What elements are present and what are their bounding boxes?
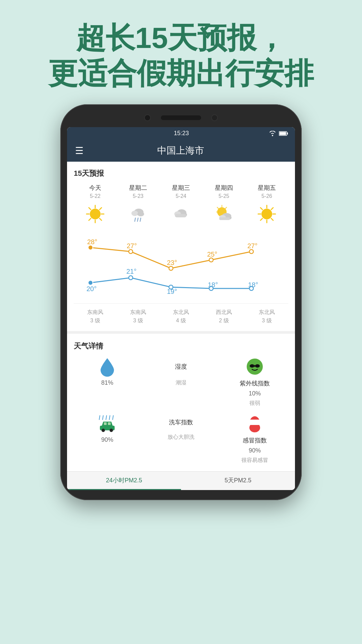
svg-text:20°: 20° — [86, 285, 97, 292]
wind-level-4: 3 级 — [262, 317, 272, 324]
front-sensor — [211, 114, 218, 121]
svg-text:18°: 18° — [248, 281, 258, 288]
svg-point-14 — [137, 212, 144, 216]
day-date-4: 5-26 — [261, 193, 272, 199]
wind-dir-4: 东北风 — [259, 309, 275, 316]
svg-rect-63 — [254, 365, 255, 367]
cold-desc: 很容易感冒 — [241, 457, 268, 464]
wind-item-2: 东北风 4 级 — [173, 309, 189, 324]
svg-point-41 — [129, 250, 133, 254]
svg-line-15 — [135, 218, 135, 221]
svg-point-31 — [261, 209, 272, 219]
wind-item-4: 东北风 3 级 — [259, 309, 275, 324]
details-grid: 81% 湿度 潮湿 — [74, 357, 288, 464]
day-label-4: 星期五 — [258, 184, 276, 192]
svg-text:21°: 21° — [126, 268, 136, 275]
svg-line-37 — [271, 218, 273, 220]
promo-header: 超长15天预报， 更适合假期出行安排 — [0, 0, 362, 104]
svg-point-74 — [110, 429, 113, 432]
wind-level-0: 3 级 — [90, 317, 100, 324]
day-label-1: 星期二 — [129, 184, 147, 192]
speaker — [161, 115, 201, 120]
weather-content: 15天预报 今天 5-22 — [67, 162, 295, 331]
detail-carwash-icon: 90% — [74, 414, 141, 464]
svg-line-68 — [109, 416, 110, 420]
svg-line-25 — [217, 207, 219, 209]
svg-point-51 — [129, 276, 133, 280]
svg-line-9 — [100, 218, 102, 220]
section-divider — [67, 331, 295, 334]
svg-line-66 — [103, 416, 103, 420]
forecast-day-fri: 星期五 5-26 — [245, 184, 288, 227]
svg-rect-71 — [104, 422, 107, 425]
forecast-day-today: 今天 5-22 — [74, 184, 117, 227]
phone-outer: 15:23 ☰ 中国上海市 — [60, 104, 302, 500]
uv-icon — [245, 357, 265, 377]
carwash-value: 90% — [101, 436, 113, 443]
app-navbar: ☰ 中国上海市 — [67, 140, 295, 162]
forecast-day-wed: 星期三 5-24 — [160, 184, 202, 227]
svg-line-67 — [106, 416, 107, 420]
forecast-day-thu: 星期四 5-25 — [202, 184, 245, 227]
svg-rect-2 — [280, 132, 286, 135]
promo-line1: 超长15天预报， — [0, 20, 362, 56]
wind-level-3: 2 级 — [219, 317, 229, 324]
day-date-2: 5-24 — [176, 193, 186, 199]
day-date-1: 5-23 — [133, 193, 143, 199]
weather-icon-sun-4 — [256, 203, 278, 225]
wind-level-1: 3 级 — [133, 317, 143, 324]
svg-text:18°: 18° — [208, 281, 218, 288]
svg-point-62 — [255, 364, 260, 368]
svg-line-69 — [113, 416, 113, 420]
weather-icon-sun-0 — [84, 203, 106, 225]
svg-text:28°: 28° — [87, 238, 97, 246]
phone-screen: 15:23 ☰ 中国上海市 — [67, 127, 295, 490]
wind-dir-2: 东北风 — [173, 309, 189, 316]
svg-text:27°: 27° — [127, 242, 137, 250]
cold-label: 感冒指数 — [243, 436, 267, 444]
svg-line-65 — [99, 416, 100, 420]
svg-line-11 — [89, 218, 91, 220]
detail-humidity-icon: 81% — [74, 357, 141, 407]
status-time: 15:23 — [94, 130, 269, 137]
uv-value: 10% — [249, 390, 261, 397]
day-label-0: 今天 — [89, 184, 101, 192]
svg-line-64 — [250, 366, 251, 366]
humidity-value: 81% — [101, 379, 113, 386]
svg-line-10 — [100, 208, 102, 210]
detail-carwash-label: 洗车指数 放心大胆洗 — [147, 414, 215, 464]
wind-item-0: 东南风 3 级 — [87, 309, 103, 324]
details-title: 天气详情 — [74, 341, 288, 351]
day-label-2: 星期三 — [172, 184, 190, 192]
day-date-0: 5-22 — [90, 193, 101, 199]
humidity-label: 湿度 — [175, 363, 187, 371]
menu-button[interactable]: ☰ — [75, 145, 83, 156]
front-camera — [144, 114, 151, 121]
status-icons — [269, 131, 288, 136]
svg-line-38 — [271, 208, 273, 210]
wind-level-2: 4 级 — [176, 317, 186, 324]
svg-point-44 — [249, 250, 253, 254]
city-name: 中国上海市 — [157, 144, 204, 157]
svg-point-42 — [169, 266, 173, 270]
temp-chart: 28° 27° 23° 25° 27° — [74, 231, 288, 298]
phone-mockup: 15:23 ☰ 中国上海市 — [60, 104, 302, 500]
wind-dir-0: 东南风 — [87, 309, 103, 316]
carwash-label: 洗车指数 — [169, 418, 193, 426]
svg-point-73 — [102, 429, 105, 432]
wind-dir-1: 东南风 — [130, 309, 146, 316]
cold-value: 90% — [249, 447, 261, 454]
svg-point-40 — [88, 245, 93, 250]
carwash-icon — [97, 414, 117, 434]
uv-desc: 很弱 — [249, 400, 260, 407]
wind-item-3: 西北风 2 级 — [216, 309, 232, 324]
carwash-desc: 放心大胆洗 — [168, 434, 194, 441]
forecast-title: 15天预报 — [74, 168, 288, 178]
weather-icon-cloud-2 — [170, 203, 192, 225]
tab-24h-pm25[interactable]: 24小时PM2.5 — [67, 472, 181, 490]
day-date-3: 5-25 — [219, 193, 229, 199]
tab-5day-pm25[interactable]: 5天PM2.5 — [181, 472, 295, 490]
weather-icon-rain-1 — [127, 203, 149, 225]
detail-uv: 紫外线指数 10% 很弱 — [221, 357, 288, 407]
svg-text:27°: 27° — [247, 242, 257, 250]
